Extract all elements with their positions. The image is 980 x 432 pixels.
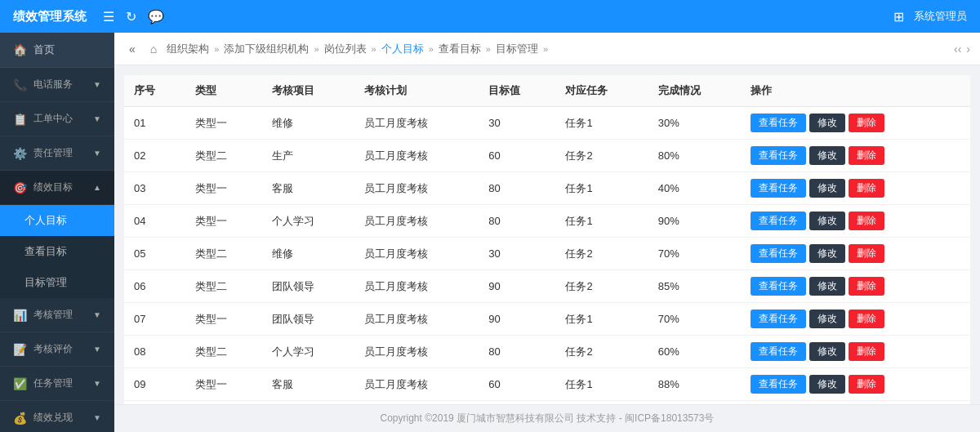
delete-button[interactable]: 删除 bbox=[849, 277, 884, 296]
edit-button[interactable]: 修改 bbox=[809, 146, 845, 165]
sidebar-label-exam-mgmt: 考核管理 bbox=[33, 308, 73, 322]
delete-button[interactable]: 删除 bbox=[849, 342, 884, 361]
goal-icon: 🎯 bbox=[13, 181, 27, 194]
cell-target: 60 bbox=[479, 140, 555, 172]
cell-item: 团队领导 bbox=[262, 303, 354, 336]
chevron-exam-eval: ▼ bbox=[93, 345, 101, 354]
sidebar-item-task-mgmt[interactable]: ✅ 任务管理 ▼ bbox=[0, 367, 114, 401]
table-row: 04 类型一 个人学习 员工月度考核 80 任务1 90% 查看任务 修改 删除 bbox=[124, 205, 970, 238]
breadcrumb-collapse-btn[interactable]: « bbox=[124, 41, 140, 57]
cell-task: 任务1 bbox=[555, 107, 648, 140]
cell-completion: 70% bbox=[648, 238, 741, 270]
cell-id: 01 bbox=[124, 107, 185, 140]
top-bar: 绩效管理系统 ☰ ↻ 💬 ⊞ 系统管理员 bbox=[0, 0, 980, 33]
edit-button[interactable]: 修改 bbox=[809, 375, 845, 394]
col-header-plan: 考核计划 bbox=[354, 75, 479, 107]
sidebar-item-perf-redeem[interactable]: 💰 绩效兑现 ▼ bbox=[0, 401, 114, 432]
view-task-button[interactable]: 查看任务 bbox=[751, 244, 806, 263]
sidebar-label-workorder: 工单中心 bbox=[33, 112, 73, 126]
sidebar-item-home[interactable]: 🏠 首页 bbox=[0, 33, 114, 68]
breadcrumb-chevron-left[interactable]: ‹‹ bbox=[954, 42, 961, 56]
delete-button[interactable]: 删除 bbox=[849, 179, 884, 198]
table-row: 02 类型二 生产 员工月度考核 60 任务2 80% 查看任务 修改 删除 bbox=[124, 140, 970, 172]
edit-button[interactable]: 修改 bbox=[809, 212, 845, 230]
view-task-button[interactable]: 查看任务 bbox=[751, 179, 806, 198]
action-group: 查看任务 修改 删除 bbox=[751, 342, 960, 361]
cell-id: 03 bbox=[124, 172, 185, 205]
sidebar-item-personal-goal[interactable]: 个人目标 bbox=[0, 205, 114, 236]
cell-task: 任务2 bbox=[555, 238, 648, 270]
sidebar-item-goal-mgmt[interactable]: 目标管理 bbox=[0, 267, 114, 298]
delete-button[interactable]: 删除 bbox=[849, 212, 884, 230]
chevron-perf-redeem: ▼ bbox=[93, 413, 101, 422]
delete-button[interactable]: 删除 bbox=[849, 310, 884, 328]
chevron-task-mgmt: ▼ bbox=[93, 379, 101, 388]
view-task-button[interactable]: 查看任务 bbox=[751, 342, 806, 361]
sidebar-item-responsibility[interactable]: ⚙️ 责任管理 ▼ bbox=[0, 136, 114, 171]
cell-id: 08 bbox=[124, 336, 185, 368]
table-row: 05 类型二 维修 员工月度考核 30 任务2 70% 查看任务 修改 删除 bbox=[124, 238, 970, 270]
edit-button[interactable]: 修改 bbox=[809, 179, 845, 198]
cell-target: 30 bbox=[479, 107, 555, 140]
edit-button[interactable]: 修改 bbox=[809, 310, 845, 328]
sidebar: 🏠 首页 📞 电话服务 ▼ 📋 工单中心 ▼ ⚙️ 责任管理 ▼ bbox=[0, 33, 114, 432]
breadcrumb-right: ‹‹ › bbox=[954, 42, 970, 56]
cell-type: 类型一 bbox=[185, 107, 262, 140]
delete-button[interactable]: 删除 bbox=[849, 146, 884, 165]
sidebar-item-view-goal[interactable]: 查看目标 bbox=[0, 236, 114, 267]
delete-button[interactable]: 删除 bbox=[849, 375, 884, 394]
edit-button[interactable]: 修改 bbox=[809, 114, 845, 132]
grid-icon[interactable]: ⊞ bbox=[893, 9, 904, 24]
cell-actions: 查看任务 修改 删除 bbox=[741, 303, 970, 336]
view-task-button[interactable]: 查看任务 bbox=[751, 375, 806, 394]
sidebar-label-goal-mgmt: 目标管理 bbox=[24, 276, 67, 288]
view-task-button[interactable]: 查看任务 bbox=[751, 310, 806, 328]
cell-id: 02 bbox=[124, 140, 185, 172]
view-task-button[interactable]: 查看任务 bbox=[751, 212, 806, 230]
sidebar-label-home: 首页 bbox=[33, 42, 55, 57]
sidebar-item-workorder[interactable]: 📋 工单中心 ▼ bbox=[0, 102, 114, 136]
breadcrumb-view-goal: 查看目标 bbox=[439, 42, 481, 56]
main-layout: 🏠 首页 📞 电话服务 ▼ 📋 工单中心 ▼ ⚙️ 责任管理 ▼ bbox=[0, 33, 980, 432]
action-group: 查看任务 修改 删除 bbox=[751, 146, 960, 165]
cell-target: 30 bbox=[479, 238, 555, 270]
cell-plan: 员工月度考核 bbox=[354, 140, 479, 172]
menu-icon[interactable]: ☰ bbox=[103, 9, 114, 24]
breadcrumb-add-org: 添加下级组织机构 bbox=[224, 42, 309, 56]
delete-button[interactable]: 删除 bbox=[849, 244, 884, 263]
cell-completion: 80% bbox=[648, 140, 741, 172]
cell-task: 任务1 bbox=[555, 303, 648, 336]
refresh-icon[interactable]: ↻ bbox=[126, 9, 136, 24]
cell-completion: 90% bbox=[648, 205, 741, 238]
table-row: 08 类型二 个人学习 员工月度考核 80 任务2 60% 查看任务 修改 删除 bbox=[124, 336, 970, 368]
cell-item: 客服 bbox=[262, 368, 354, 401]
cell-item: 团队领导 bbox=[262, 270, 354, 303]
view-task-button[interactable]: 查看任务 bbox=[751, 114, 806, 132]
footer-text: Copyright ©2019 厦门城市智慧科技有限公司 技术支持 - 闽ICP… bbox=[381, 412, 715, 424]
cell-completion: 70% bbox=[648, 303, 741, 336]
breadcrumb-chevron-right[interactable]: › bbox=[966, 42, 970, 56]
delete-button[interactable]: 删除 bbox=[849, 114, 884, 132]
sidebar-item-performance-goal[interactable]: 🎯 绩效目标 ▲ bbox=[0, 171, 114, 205]
cell-target: 90 bbox=[479, 303, 555, 336]
responsibility-icon: ⚙️ bbox=[13, 147, 27, 160]
cell-actions: 查看任务 修改 删除 bbox=[741, 172, 970, 205]
cell-task: 任务1 bbox=[555, 368, 648, 401]
breadcrumb-home-btn[interactable]: ⌂ bbox=[145, 41, 162, 57]
workorder-icon: 📋 bbox=[13, 113, 27, 126]
chat-icon[interactable]: 💬 bbox=[148, 9, 164, 24]
chevron-phone: ▼ bbox=[93, 80, 101, 89]
view-task-button[interactable]: 查看任务 bbox=[751, 277, 806, 296]
sidebar-item-phone[interactable]: 📞 电话服务 ▼ bbox=[0, 68, 114, 102]
cell-type: 类型一 bbox=[185, 205, 262, 238]
sidebar-item-exam-eval[interactable]: 📝 考核评价 ▼ bbox=[0, 332, 114, 367]
app-title: 绩效管理系统 bbox=[13, 9, 87, 24]
sidebar-item-exam-mgmt[interactable]: 📊 考核管理 ▼ bbox=[0, 298, 114, 332]
phone-icon: 📞 bbox=[13, 78, 27, 91]
table-row: 09 类型一 客服 员工月度考核 60 任务1 88% 查看任务 修改 删除 bbox=[124, 368, 970, 401]
edit-button[interactable]: 修改 bbox=[809, 244, 845, 263]
edit-button[interactable]: 修改 bbox=[809, 342, 845, 361]
top-bar-icons: ☰ ↻ 💬 bbox=[103, 9, 164, 24]
view-task-button[interactable]: 查看任务 bbox=[751, 146, 806, 165]
edit-button[interactable]: 修改 bbox=[809, 277, 845, 296]
